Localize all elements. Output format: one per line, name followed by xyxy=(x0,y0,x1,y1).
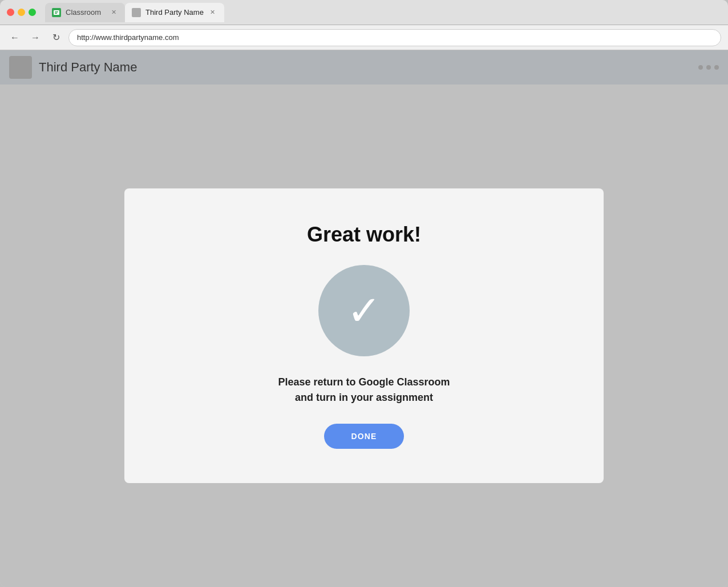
success-message-line2: and turn in your assignment xyxy=(278,390,450,405)
tab-thirdparty-label: Third Party Name xyxy=(145,8,204,17)
svg-rect-1 xyxy=(54,10,59,15)
menu-dot-3 xyxy=(714,65,719,70)
browser-toolbar: ← → ↻ xyxy=(0,25,728,50)
tab-classroom-close[interactable]: ✕ xyxy=(109,8,118,17)
tab-thirdparty-close[interactable]: ✕ xyxy=(208,8,217,17)
app-bar: Third Party Name xyxy=(0,50,728,85)
title-bar: Classroom ✕ Third Party Name ✕ xyxy=(0,0,728,25)
success-icon-circle: ✓ xyxy=(318,265,410,356)
tab-bar: Classroom ✕ Third Party Name ✕ xyxy=(41,3,721,22)
success-message: Please return to Google Classroom and tu… xyxy=(278,375,450,405)
classroom-favicon-icon xyxy=(52,8,61,17)
traffic-lights xyxy=(7,9,36,16)
minimize-button[interactable] xyxy=(18,9,25,16)
app-bar-title: Third Party Name xyxy=(39,60,691,75)
main-content: Great work! ✓ Please return to Google Cl… xyxy=(0,85,728,587)
svg-rect-2 xyxy=(55,11,58,13)
menu-dot-2 xyxy=(706,65,711,70)
svg-rect-3 xyxy=(55,13,57,14)
checkmark-icon: ✓ xyxy=(347,290,381,331)
fullscreen-button[interactable] xyxy=(29,9,36,16)
app-logo-icon xyxy=(9,56,32,79)
success-title: Great work! xyxy=(307,223,421,247)
address-bar[interactable] xyxy=(68,29,721,46)
thirdparty-favicon-icon xyxy=(132,8,141,17)
app-menu-dots[interactable] xyxy=(698,65,719,70)
close-button[interactable] xyxy=(7,9,14,16)
browser-window: Classroom ✕ Third Party Name ✕ ← → ↻ Thi… xyxy=(0,0,728,587)
success-message-line1: Please return to Google Classroom xyxy=(278,375,450,390)
tab-classroom[interactable]: Classroom ✕ xyxy=(45,3,125,22)
back-button[interactable]: ← xyxy=(7,30,23,46)
done-button[interactable]: DONE xyxy=(324,424,405,449)
success-card: Great work! ✓ Please return to Google Cl… xyxy=(124,188,604,483)
tab-thirdparty[interactable]: Third Party Name ✕ xyxy=(125,3,224,22)
tab-classroom-label: Classroom xyxy=(66,8,104,17)
menu-dot-1 xyxy=(698,65,703,70)
forward-button[interactable]: → xyxy=(27,30,43,46)
reload-button[interactable]: ↻ xyxy=(48,30,64,46)
